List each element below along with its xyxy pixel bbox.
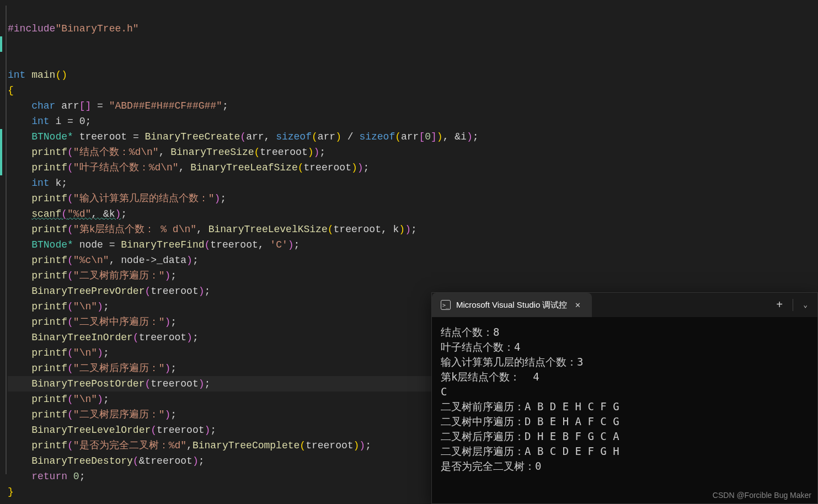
terminal-titlebar: >_ Microsoft Visual Studio 调试控 ✕ + ⌄ xyxy=(432,293,817,317)
kw-int: int xyxy=(31,178,49,189)
chevron-down-icon[interactable]: ⌄ xyxy=(803,301,808,309)
func-btc: BinaryTreeCreate xyxy=(145,131,240,142)
func-btpost: BinaryTreePostOrder xyxy=(31,378,145,389)
str-klevel: "第k层结点个数： % d\n" xyxy=(73,224,196,235)
terminal-tab-title: Microsoft Visual Studio 调试控 xyxy=(456,300,567,310)
func-printf: printf xyxy=(31,363,67,374)
func-scanf: scanf xyxy=(31,208,61,219)
func-printf: printf xyxy=(31,193,67,204)
scanf-arg: &k xyxy=(103,208,115,219)
k-var: k; xyxy=(55,178,67,189)
func-printf: printf xyxy=(31,394,67,405)
kw-return: return xyxy=(31,471,67,482)
char-lit: 'C' xyxy=(270,239,287,250)
gutter-marker xyxy=(0,36,2,52)
func-btprev: BinaryTreePrevOrder xyxy=(31,286,145,297)
func-btleaf: BinaryTreeLeafSize xyxy=(190,162,297,173)
str-nl: "\n" xyxy=(73,347,97,358)
str-charfmt: "%c\n" xyxy=(73,255,109,266)
new-tab-icon[interactable]: + xyxy=(776,299,783,312)
terminal-actions: + ⌄ xyxy=(766,299,817,312)
func-btsize: BinaryTreeSize xyxy=(170,147,254,158)
func-printf: printf xyxy=(31,255,67,266)
terminal-line: 二叉树层序遍历：A B C D E F G H xyxy=(441,445,619,457)
func-printf: printf xyxy=(31,270,67,281)
func-printf: printf xyxy=(31,162,67,173)
str-inputlevel: "输入计算第几层的结点个数：" xyxy=(73,193,215,204)
func-btcomplete: BinaryTreeComplete xyxy=(193,440,300,451)
func-printf: printf xyxy=(31,347,67,358)
kw-sizeof: sizeof xyxy=(276,131,312,142)
terminal-tab[interactable]: >_ Microsoft Visual Studio 调试控 ✕ xyxy=(432,293,592,317)
str-leafcount: "叶子结点个数：%d\n" xyxy=(73,162,179,173)
terminal-line: 是否为完全二叉树：0 xyxy=(441,460,541,472)
type-btnode: BTNode* xyxy=(31,239,73,250)
gutter-marker xyxy=(0,129,2,175)
func-printf: printf xyxy=(31,409,67,420)
str-inorder: "二叉树中序遍历：" xyxy=(73,317,165,328)
func-printf: printf xyxy=(31,317,67,328)
func-printf: printf xyxy=(31,147,67,158)
terminal-line: 结点个数：8 xyxy=(441,326,499,338)
func-btin: BinaryTreeInOrder xyxy=(31,332,133,343)
divider xyxy=(793,299,793,311)
include-directive: #include xyxy=(8,23,55,34)
terminal-line: 二叉树中序遍历：D B E H A F C G xyxy=(441,415,619,427)
str-postorder: "二叉树后序遍历：" xyxy=(73,363,165,374)
str-complete: "是否为完全二叉树：%d" xyxy=(73,440,186,451)
terminal-line: 第k层结点个数： 4 xyxy=(441,371,539,383)
str-preorder: "二叉树前序遍历：" xyxy=(73,270,165,281)
kw-int: int xyxy=(31,116,49,127)
func-btlevel: BinaryTreeLevelOrder xyxy=(31,425,151,436)
terminal-line: 输入计算第几层的结点个数：3 xyxy=(441,356,583,368)
str-levelorder: "二叉树层序遍历：" xyxy=(73,409,165,420)
return-val: 0 xyxy=(73,471,79,482)
kw-char: char xyxy=(31,100,55,111)
node-member: node->_data xyxy=(121,255,186,266)
str-nl: "\n" xyxy=(73,394,97,405)
func-printf: printf xyxy=(31,224,67,235)
i-init: i = 0; xyxy=(55,116,91,127)
str-nl: "\n" xyxy=(73,301,97,312)
terminal-line: C xyxy=(441,385,447,398)
func-printf: printf xyxy=(31,301,67,312)
watermark: CSDN @Forcible Bug Maker xyxy=(713,491,811,500)
terminal-line: 二叉树后序遍历：D H E B F G C A xyxy=(441,430,619,442)
node-var: node xyxy=(79,239,103,250)
func-printf: printf xyxy=(31,440,67,451)
terminal-icon: >_ xyxy=(441,300,451,310)
terminal-line: 二叉树前序遍历：A B D E H C F G xyxy=(441,400,619,412)
treeroot: treeroot xyxy=(79,131,127,142)
include-header: "BinaryTree.h" xyxy=(55,23,138,34)
func-btfind: BinaryTreeFind xyxy=(121,239,204,250)
terminal-body[interactable]: 结点个数：8 叶子结点个数：4 输入计算第几层的结点个数：3 第k层结点个数： … xyxy=(432,317,817,481)
gutter-change-bar xyxy=(6,6,7,474)
func-btlevelk: BinaryTreeLevelKSize xyxy=(208,224,328,235)
scanf-fmt: "%d" xyxy=(67,208,91,219)
arr-value: "ABD##E#H##CF##G##" xyxy=(109,100,222,111)
func-btdestroy: BinaryTreeDestory xyxy=(31,455,133,467)
close-icon[interactable]: ✕ xyxy=(573,301,583,309)
terminal-line: 叶子结点个数：4 xyxy=(441,341,520,353)
str-nodecount: "结点个数：%d\n" xyxy=(73,147,159,158)
kw-sizeof: sizeof xyxy=(359,131,395,142)
type-btnode: BTNode* xyxy=(31,131,73,142)
arr-name: arr xyxy=(61,100,79,111)
terminal-window: >_ Microsoft Visual Studio 调试控 ✕ + ⌄ 结点个… xyxy=(431,292,818,504)
